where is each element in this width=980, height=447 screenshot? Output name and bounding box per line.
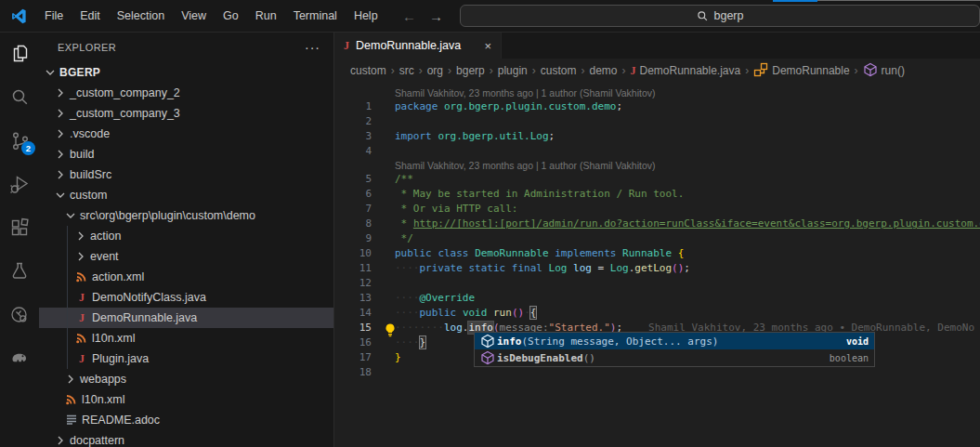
code-line-13: 13····@Override [334, 291, 980, 306]
remote-tool-icon[interactable] [8, 304, 31, 326]
code-line-18: 18 [334, 365, 980, 380]
line-number: 17 [334, 350, 372, 365]
suggest-item-info[interactable]: info(String message, Object... args)void [475, 333, 874, 349]
tree-item-event[interactable]: event [39, 246, 333, 267]
suggest-label: isDebugEnabled [497, 352, 583, 364]
tree-item--custom-company-3[interactable]: _custom_company_3 [39, 103, 333, 124]
vscode-logo-icon[interactable] [11, 8, 27, 24]
breadcrumb-demorunnable[interactable]: DemoRunnable [753, 62, 849, 80]
breadcrumb-src[interactable]: src [399, 64, 414, 77]
chevron-right-icon [53, 147, 68, 162]
forward-arrow-icon[interactable]: → [429, 8, 443, 24]
code-text: package org.bgerp.plugin.custom.demo; [395, 99, 622, 114]
tree-item-action-xml[interactable]: action.xml [39, 267, 333, 287]
breadcrumb-run-[interactable]: run() [863, 62, 905, 80]
tree-item-plugin-java[interactable]: JPlugin.java [39, 348, 333, 369]
code-text: * May be started in Administration / Run… [395, 187, 684, 202]
tree-item-readme-adoc[interactable]: README.adoc [39, 410, 333, 430]
code-line-11: 11····private static final Log log = Log… [334, 261, 980, 276]
indent-guide [67, 246, 68, 267]
source-control-icon[interactable]: 2 [8, 129, 31, 151]
tree-item-l10n-xml[interactable]: l10n.xml [39, 328, 333, 348]
tree-item-bgerp[interactable]: BGERP [39, 62, 333, 83]
tree-item-label: build [70, 148, 94, 161]
menu-terminal[interactable]: Terminal [285, 0, 346, 33]
source-control-badge: 2 [21, 141, 35, 155]
chevron-down-icon [63, 208, 78, 223]
breadcrumb-separator: › [447, 64, 452, 77]
tab-demorunnable[interactable]: J DemoRunnable.java × [334, 33, 502, 59]
gutter-glyph-margin [372, 321, 395, 335]
gutter-glyph-margin [372, 217, 395, 231]
tree-item-label: DemoRunnable.java [92, 311, 197, 324]
menu-view[interactable]: View [173, 0, 215, 33]
breadcrumb-custom[interactable]: custom [350, 64, 386, 77]
tree-item--custom-company-2[interactable]: _custom_company_2 [39, 83, 333, 103]
tree-item-demonotifyclass-java[interactable]: JDemoNotifyClass.java [39, 287, 333, 308]
menu-help[interactable]: Help [346, 0, 386, 33]
line-number: 1 [334, 99, 372, 114]
menu-file[interactable]: File [36, 0, 72, 33]
breadcrumb-demo[interactable]: demo [589, 64, 617, 77]
tree-item-demorunnable-java[interactable]: JDemoRunnable.java [39, 308, 333, 328]
tree-item-build[interactable]: build [39, 144, 333, 164]
line-number: 15 [334, 321, 372, 335]
tree-item-custom[interactable]: custom [39, 185, 333, 205]
breadcrumbs: custom›src›org›bgerp›plugin›custom›demo›… [334, 59, 980, 83]
close-tab-icon[interactable]: × [484, 39, 491, 53]
breadcrumb-org[interactable]: org [427, 64, 443, 77]
indent-guide [67, 287, 68, 308]
breadcrumb-label: custom [541, 64, 577, 77]
breadcrumb-custom[interactable]: custom [541, 64, 577, 77]
more-actions-icon[interactable]: ··· [305, 40, 320, 55]
tree-item-action[interactable]: action [39, 226, 333, 246]
suggest-detail: (String message, Object... args) [522, 335, 719, 348]
code-line-14: 14····public void run()·{ [334, 306, 980, 321]
run-and-debug-icon[interactable] [8, 173, 31, 195]
breadcrumb-bgerp[interactable]: bgerp [456, 64, 485, 77]
tree-item-buildsrc[interactable]: buildSrc [39, 164, 333, 185]
gutter-glyph-margin [372, 335, 395, 350]
line-number: 6 [334, 187, 372, 202]
menu-go[interactable]: Go [215, 0, 247, 33]
line-number [334, 86, 372, 99]
suggest-item-isdebugenabled[interactable]: isDebugEnabled()boolean [475, 349, 874, 366]
indent-guide [67, 308, 68, 328]
breadcrumb-demorunnable-java[interactable]: JDemoRunnable.java [630, 64, 740, 78]
chevron-right-icon [63, 372, 78, 387]
java-file-icon: J [79, 352, 85, 366]
tree-item-docpattern[interactable]: docpattern [39, 430, 333, 447]
code-text: } [395, 350, 401, 365]
search-icon[interactable] [8, 85, 31, 108]
chevron-down-icon [53, 188, 68, 203]
xml-file-icon [73, 269, 90, 286]
breadcrumb-separator: › [390, 64, 396, 77]
top-accent-line [0, 0, 980, 2]
tree-item-label: l10n.xml [82, 393, 125, 406]
back-arrow-icon[interactable]: ← [402, 8, 416, 24]
testing-icon[interactable] [8, 260, 31, 283]
tree-item-l10n-xml[interactable]: l10n.xml [39, 389, 333, 410]
tree-item-label: event [90, 250, 119, 263]
tree-item-webapps[interactable]: webapps [39, 369, 333, 389]
tree-item-label: _custom_company_3 [70, 107, 180, 120]
breadcrumb-label: src [399, 64, 414, 77]
gutter-glyph-margin [372, 231, 395, 246]
explorer-icon[interactable] [8, 42, 31, 64]
command-center-search[interactable]: bgerp [460, 5, 980, 27]
chevron-right-icon [73, 249, 88, 264]
line-number: 8 [334, 217, 372, 231]
tree-item-label: action.xml [92, 270, 144, 283]
tree-item--vscode[interactable]: .vscode [39, 124, 333, 144]
gradle-icon[interactable] [8, 348, 31, 370]
code-editor[interactable]: Shamil Vakhitov, 23 months ago | 1 autho… [334, 83, 980, 447]
menu-edit[interactable]: Edit [72, 0, 109, 33]
extensions-icon[interactable] [8, 217, 31, 239]
menu-selection[interactable]: Selection [109, 0, 173, 33]
class-symbol-icon [753, 62, 768, 80]
breadcrumb-plugin[interactable]: plugin [498, 64, 528, 77]
code-text: ····} [395, 335, 425, 350]
gutter-glyph-margin [372, 187, 395, 202]
tree-item-src-org-bgerp-plugin-custom-demo[interactable]: src\org\bgerp\plugin\custom\demo [39, 205, 333, 226]
menu-run[interactable]: Run [247, 0, 285, 33]
